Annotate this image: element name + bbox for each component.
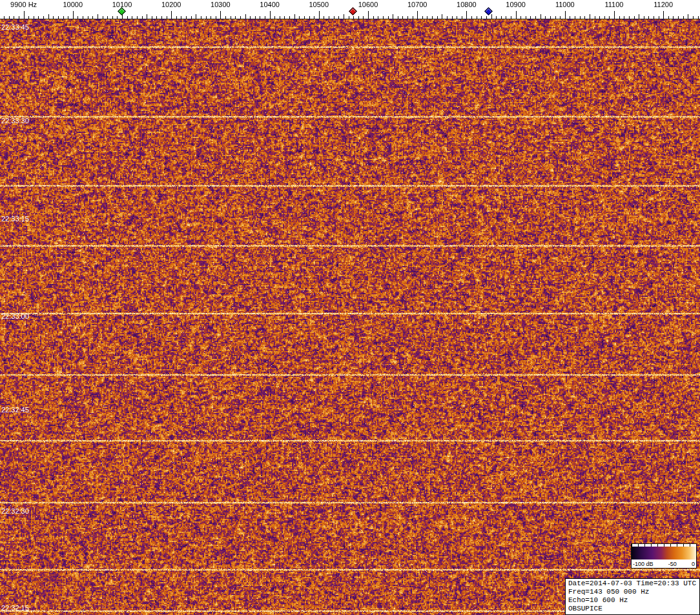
ruler-tick-minor [363,16,364,19]
ruler-tick-minor [309,16,310,19]
waterfall-area[interactable]: 22:33:4522:33:3022:33:1522:33:0022:32:45… [0,19,700,615]
ruler-tick-minor [280,16,280,19]
freq-tick-label: 10500 [309,1,329,8]
colorbar-labels: -100 dB -50 0 [632,560,696,568]
amplitude-colorbar: -100 dB -50 0 [631,543,697,569]
marker-red-diamond[interactable] [349,7,357,15]
ruler-tick-minor [255,16,256,19]
ruler-tick-major [171,11,172,19]
ruler-tick-minor [216,16,216,19]
ruler-tick-minor [68,16,68,19]
ruler-tick-minor [34,16,34,19]
ruler-tick-minor [142,16,143,19]
frequency-ruler[interactable]: 9900 Hz100001010010200103001040010500106… [0,0,700,19]
freq-tick-label: 10000 [63,1,83,8]
ruler-tick-major [516,11,517,19]
freq-tick-label: 11100 [605,1,624,8]
ruler-tick-mid [442,14,442,19]
ruler-tick-minor [240,16,241,19]
ruler-tick-minor [506,16,506,19]
ruler-tick-minor [496,16,497,19]
ruler-tick-minor [629,16,630,19]
ruler-tick-minor [698,16,699,19]
ruler-tick-minor [167,16,167,19]
ruler-tick-minor [383,16,384,19]
colorbar-label-max: 0 [692,561,695,567]
ruler-tick-minor [127,16,128,19]
ruler-tick-minor [683,16,684,19]
ruler-tick-mid [639,14,639,19]
ruler-tick-minor [575,16,575,19]
ruler-tick-major [368,11,369,19]
ruler-tick-minor [63,16,64,19]
ruler-tick-minor [19,16,19,19]
ruler-tick-minor [388,16,389,19]
ruler-tick-minor [53,16,54,19]
ruler-tick-minor [338,16,339,19]
ruler-tick-minor [250,16,251,19]
ruler-tick-minor [378,16,378,19]
ruler-tick-minor [584,16,585,19]
marker-green-diamond[interactable] [118,7,126,15]
ruler-tick-minor [58,16,59,19]
ruler-tick-mid [98,14,98,19]
ruler-tick-minor [225,16,226,19]
ruler-tick-minor [545,16,546,19]
ruler-tick-minor [201,16,201,19]
info-line-date: Date=2014-07-03 Time=20:33 UTC [568,580,696,588]
ruler-tick-minor [422,16,423,19]
ruler-tick-minor [137,16,138,19]
ruler-tick-minor [407,16,408,19]
ruler-tick-minor [299,16,300,19]
ruler-tick-minor [156,16,157,19]
ruler-tick-minor [161,16,162,19]
ruler-tick-major [466,11,467,19]
ruler-tick-minor [186,16,187,19]
freq-tick-label: 11200 [654,1,673,8]
ruler-tick-minor [304,16,305,19]
ruler-tick-major [220,11,221,19]
ruler-tick-minor [314,16,314,19]
ruler-tick-minor [324,16,324,19]
ruler-tick-minor [284,16,285,19]
spectrogram-window: 9900 Hz100001010010200103001040010500106… [0,0,700,615]
ruler-tick-minor [14,16,14,19]
freq-tick-label: 10600 [358,1,378,8]
ruler-tick-minor [107,16,108,19]
ruler-tick-minor [673,16,674,19]
ruler-tick-minor [358,16,359,19]
ruler-tick-mid [344,14,344,19]
ruler-tick-minor [353,16,354,19]
freq-tick-label: 10200 [161,1,181,8]
ruler-tick-minor [398,16,398,19]
ruler-tick-minor [511,16,511,19]
ruler-tick-minor [471,16,472,19]
ruler-tick-mid [491,14,492,19]
ruler-tick-minor [191,16,192,19]
waterfall-canvas[interactable] [0,19,700,615]
ruler-tick-minor [176,16,177,19]
ruler-tick-minor [432,16,433,19]
ruler-tick-mid [688,14,688,19]
ruler-tick-minor [211,16,211,19]
ruler-tick-minor [619,16,620,19]
ruler-tick-minor [678,16,679,19]
ruler-tick-minor [668,16,669,19]
ruler-tick-minor [88,16,88,19]
ruler-tick-minor [452,16,453,19]
ruler-tick-minor [43,16,44,19]
freq-tick-label: 10700 [407,1,427,8]
ruler-tick-major [24,11,25,19]
ruler-tick-minor [477,16,477,19]
ruler-tick-major [614,11,615,19]
ruler-tick-mid [48,14,49,19]
ruler-tick-minor [92,16,93,19]
colorbar-label-min: -100 dB [633,561,654,567]
info-line-freq: Freq=143 050 000 Hz [568,588,696,596]
ruler-tick-minor [152,16,152,19]
ruler-tick-minor [260,16,260,19]
ruler-tick-minor [693,16,694,19]
ruler-tick-minor [644,16,644,19]
ruler-tick-minor [103,16,103,19]
ruler-tick-minor [599,16,600,19]
